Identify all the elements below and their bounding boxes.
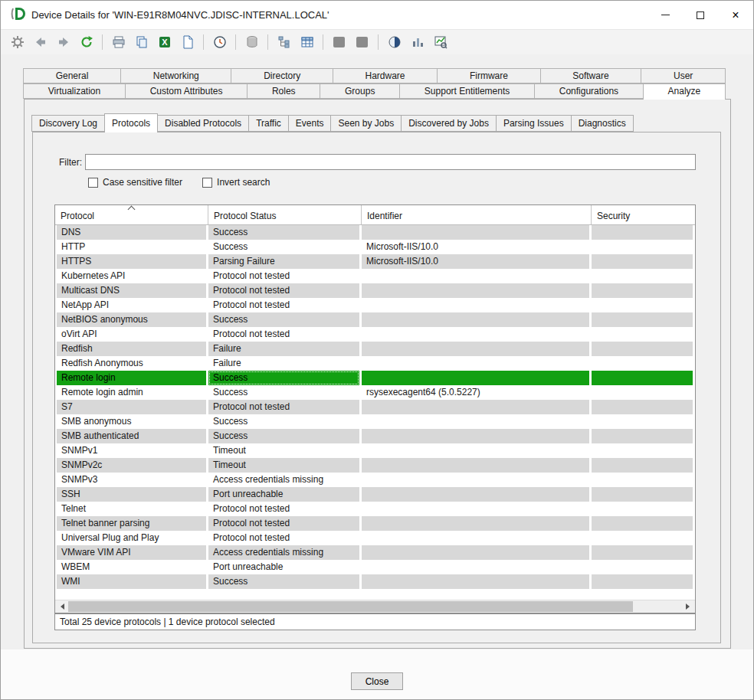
case-sensitive-filter-checkbox[interactable]: Case sensitive filter — [88, 177, 182, 188]
identifier-cell — [362, 516, 592, 531]
refresh-icon[interactable] — [76, 32, 97, 52]
print-icon[interactable] — [108, 32, 129, 52]
subtab-disabled-protocols[interactable]: Disabled Protocols — [157, 115, 249, 132]
filter-row: Filter: — [48, 154, 696, 170]
table-row-https[interactable]: HTTPSParsing FailureMicrosoft-IIS/10.0 — [55, 254, 695, 269]
security-cell — [592, 371, 695, 385]
subtab-traffic[interactable]: Traffic — [248, 115, 289, 132]
table-row-snmpv3[interactable]: SNMPv3Access credentials missing — [55, 473, 695, 487]
scheduler-clock-icon[interactable] — [209, 32, 230, 52]
table-row-redfish-anonymous[interactable]: Redfish AnonymousFailure — [55, 356, 695, 371]
subtab-discovered-by-jobs[interactable]: Discovered by Jobs — [401, 115, 497, 132]
table-row-telnet-banner-parsing[interactable]: Telnet banner parsingProtocol not tested — [55, 516, 695, 531]
table-row-http[interactable]: HTTPSuccessMicrosoft-IIS/10.0 — [55, 240, 695, 254]
tab-virtualization[interactable]: Virtualization — [23, 83, 126, 99]
settings-gear-icon[interactable] — [7, 32, 28, 52]
table-row-smb-authenticated[interactable]: SMB authenticatedSuccess — [55, 429, 695, 443]
identifier-cell-value — [362, 327, 589, 342]
subtab-discovery-log[interactable]: Discovery Log — [31, 115, 105, 132]
protocol-status-cell-value: Port unreachable — [208, 487, 359, 502]
table-row-s7[interactable]: S7Protocol not tested — [55, 400, 695, 414]
tab-software[interactable]: Software — [540, 68, 642, 83]
table-row-snmpv1[interactable]: SNMPv1Timeout — [55, 443, 695, 458]
tab-support-entitlements[interactable]: Support Entitlements — [399, 83, 535, 99]
table-row-smb-anonymous[interactable]: SMB anonymousSuccess — [55, 414, 695, 429]
scroll-left-button[interactable] — [55, 600, 68, 613]
identifier-cell-value — [362, 502, 589, 516]
toolbar-separator — [378, 34, 379, 50]
tab-firmware[interactable]: Firmware — [437, 68, 540, 83]
table-row-dns[interactable]: DNSSuccess — [55, 225, 695, 240]
table-row-redfish[interactable]: RedfishFailure — [55, 342, 695, 356]
subtab-protocols[interactable]: Protocols — [104, 113, 158, 132]
subtab-diagnostics[interactable]: Diagnostics — [571, 115, 634, 132]
column-header-protocol-status[interactable]: Protocol Status — [208, 205, 362, 224]
scrollbar-track[interactable] — [68, 600, 682, 613]
document-icon[interactable] — [177, 32, 198, 52]
identifier-cell — [362, 429, 592, 443]
column-header-security[interactable]: Security — [592, 205, 695, 224]
table-row-universal-plug-and-play[interactable]: Universal Plug and PlayProtocol not test… — [55, 531, 695, 545]
tab-directory[interactable]: Directory — [231, 68, 333, 83]
tab-groups[interactable]: Groups — [320, 83, 400, 99]
close-icon: × — [732, 9, 739, 21]
table-view-icon[interactable] — [297, 32, 317, 52]
tab-configurations[interactable]: Configurations — [534, 83, 644, 99]
invert-search-checkbox[interactable]: Invert search — [202, 177, 270, 188]
table-row-snmpv2c[interactable]: SNMPv2cTimeout — [55, 458, 695, 473]
database-icon[interactable] — [241, 32, 262, 52]
filter-input[interactable] — [85, 154, 696, 170]
subtab-events[interactable]: Events — [288, 115, 332, 132]
close-window-button[interactable]: × — [718, 1, 753, 29]
report-analyze-icon[interactable] — [430, 32, 451, 52]
table-row-netbios-anonymous[interactable]: NetBIOS anonymousSuccess — [55, 312, 695, 327]
tab-custom-attributes[interactable]: Custom Attributes — [125, 83, 248, 99]
forward-arrow-icon[interactable] — [53, 32, 74, 52]
protocol-cell: SNMPv2c — [55, 458, 208, 473]
table-row-wmi[interactable]: WMISuccess — [55, 574, 695, 589]
table-row-telnet[interactable]: TelnetProtocol not tested — [55, 502, 695, 516]
subtab-seen-by-jobs[interactable]: Seen by Jobs — [330, 115, 402, 132]
table-row-remote-login[interactable]: Remote loginSuccess — [55, 371, 695, 385]
minimize-button[interactable] — [647, 1, 683, 29]
security-cell — [592, 429, 695, 443]
identifier-cell-value — [362, 371, 589, 385]
close-button[interactable]: Close — [351, 672, 403, 690]
table-row-ssh[interactable]: SSHPort unreachable — [55, 487, 695, 502]
security-cell — [592, 414, 695, 429]
security-cell-value — [592, 414, 693, 429]
tab-networking[interactable]: Networking — [120, 68, 231, 83]
tab-general[interactable]: General — [23, 68, 121, 83]
pie-chart-icon[interactable] — [384, 32, 405, 52]
tab-hardware[interactable]: Hardware — [333, 68, 438, 83]
security-cell-value — [592, 240, 693, 254]
table-row-multicast-dns[interactable]: Multicast DNSProtocol not tested — [55, 283, 695, 298]
protocol-status-cell: Failure — [208, 356, 362, 371]
tree-view-icon[interactable] — [274, 32, 294, 52]
subtab-parsing-issues[interactable]: Parsing Issues — [496, 115, 572, 132]
horizontal-scrollbar[interactable] — [55, 600, 695, 613]
protocol-status-cell-value: Timeout — [208, 458, 359, 473]
table-row-netapp-api[interactable]: NetApp APIProtocol not tested — [55, 298, 695, 312]
scrollbar-thumb[interactable] — [68, 601, 633, 612]
disabled-button-1-icon[interactable] — [329, 32, 349, 52]
table-row-kubernetes-api[interactable]: Kubernetes APIProtocol not tested — [55, 269, 695, 283]
bar-chart-icon[interactable] — [407, 32, 428, 52]
column-header-identifier[interactable]: Identifier — [362, 205, 592, 224]
export-excel-icon[interactable]: X — [154, 32, 175, 52]
maximize-button[interactable] — [683, 1, 718, 29]
table-row-wbem[interactable]: WBEMPort unreachable — [55, 560, 695, 574]
back-arrow-icon[interactable] — [30, 32, 51, 52]
column-header-protocol[interactable]: Protocol — [55, 205, 208, 224]
table-row-remote-login-admin[interactable]: Remote login adminSuccessrsysexecagent64… — [55, 385, 695, 400]
table-row-ovirt-api[interactable]: oVirt APIProtocol not tested — [55, 327, 695, 342]
copy-icon[interactable] — [131, 32, 152, 52]
tab-analyze[interactable]: Analyze — [643, 83, 726, 100]
tab-user[interactable]: User — [641, 68, 726, 83]
scroll-right-button[interactable] — [682, 600, 695, 613]
disabled-button-2-icon[interactable] — [352, 32, 372, 52]
protocol-cell-value: SNMPv2c — [57, 458, 206, 473]
protocol-status-cell-value: Success — [208, 240, 359, 254]
table-row-vmware-vim-api[interactable]: VMware VIM APIAccess credentials missing — [55, 545, 695, 560]
tab-roles[interactable]: Roles — [247, 83, 320, 99]
